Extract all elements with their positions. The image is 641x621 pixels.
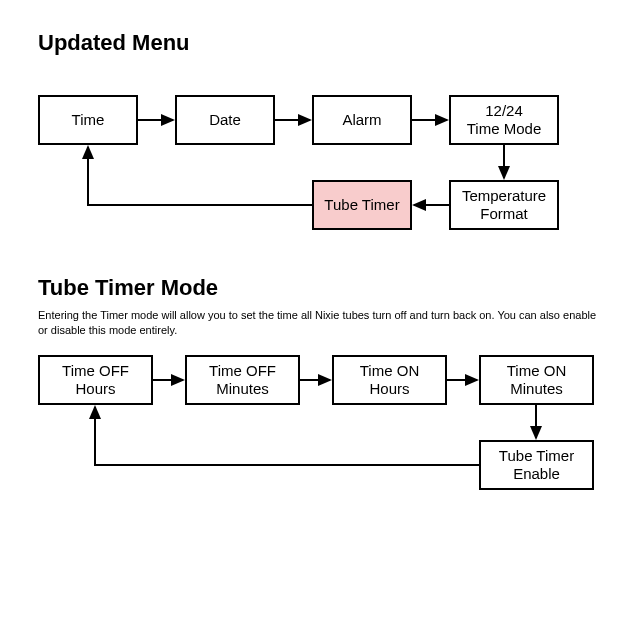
box-timemode-label: 12/24Time Mode: [467, 102, 541, 138]
box-tubetimer: Tube Timer: [312, 180, 412, 230]
box-alarm: Alarm: [312, 95, 412, 145]
box-ton-hours: Time ONHours: [332, 355, 447, 405]
box-tube-timer-enable: Tube TimerEnable: [479, 440, 594, 490]
box-toff-minutes: Time OFFMinutes: [185, 355, 300, 405]
box-timemode: 12/24Time Mode: [449, 95, 559, 145]
box-tempformat-label: TemperatureFormat: [462, 187, 546, 223]
box-date-label: Date: [209, 111, 241, 129]
description-tube-timer: Entering the Timer mode will allow you t…: [38, 308, 598, 339]
box-toff-hours: Time OFFHours: [38, 355, 153, 405]
box-tube-timer-enable-label: Tube TimerEnable: [499, 447, 574, 483]
box-alarm-label: Alarm: [342, 111, 381, 129]
box-tubetimer-label: Tube Timer: [324, 196, 399, 214]
box-time-label: Time: [72, 111, 105, 129]
box-ton-hours-label: Time ONHours: [360, 362, 419, 398]
heading-updated-menu: Updated Menu: [38, 30, 190, 56]
box-tempformat: TemperatureFormat: [449, 180, 559, 230]
box-ton-minutes: Time ONMinutes: [479, 355, 594, 405]
box-toff-minutes-label: Time OFFMinutes: [209, 362, 276, 398]
box-time: Time: [38, 95, 138, 145]
box-date: Date: [175, 95, 275, 145]
heading-tube-timer-mode: Tube Timer Mode: [38, 275, 218, 301]
box-toff-hours-label: Time OFFHours: [62, 362, 129, 398]
box-ton-minutes-label: Time ONMinutes: [507, 362, 566, 398]
